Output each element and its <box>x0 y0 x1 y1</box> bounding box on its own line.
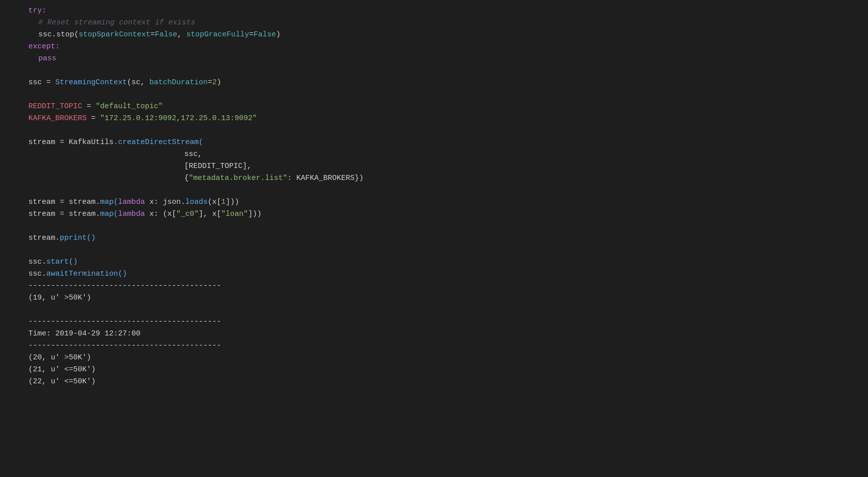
line-stream-assign: stream = KafkaUtils.createDirectStream( <box>0 137 868 149</box>
blank-line-6 <box>0 244 868 256</box>
plain-brace-open: { <box>184 174 189 182</box>
line-reddit-topic: REDDIT_TOPIC = "default_topic" <box>0 101 868 113</box>
line-stream-map2: stream = stream.map(lambda x: (x["_c0"],… <box>0 208 868 220</box>
plain-eq1: = <box>150 30 155 39</box>
func-map1: map( <box>100 198 118 206</box>
blank-line-4 <box>0 184 868 196</box>
num-1: 1 <box>221 198 226 206</box>
line-kafka-brokers: KAFKA_BROKERS = "172.25.0.12:9092,172.25… <box>0 113 868 125</box>
func-await: awaitTermination() <box>46 270 127 278</box>
line-stream-map1: stream = stream.map(lambda x: json.loads… <box>0 196 868 208</box>
output-2: (20, u' >50K') <box>28 353 91 362</box>
plain-x-c0-open: x: (x[ <box>145 210 176 218</box>
plain-assign3: = <box>87 114 100 123</box>
func-start: start() <box>46 258 78 266</box>
line-ssc-await: ssc.awaitTermination() <box>0 268 868 280</box>
line-output2: (20, u' >50K') <box>0 352 868 364</box>
line-output3: (21, u' <=50K') <box>0 364 868 376</box>
keyword-lambda1: lambda <box>118 198 145 206</box>
str-c0: "_c0" <box>176 210 199 218</box>
line-except: except: <box>0 41 868 53</box>
var-kafka-brokers: KAFKA_BROKERS <box>28 114 87 123</box>
func-createDirectStream: .createDirectStream( <box>114 138 203 147</box>
plain-ssc-start: ssc. <box>28 258 46 266</box>
plain-stream1: stream <box>28 138 55 147</box>
plain-stream-map1a: = stream. <box>55 198 100 206</box>
plain-broker-rest: : KAFKA_BROKERS}) <box>287 174 364 182</box>
str-default-topic: "default_topic" <box>96 102 163 111</box>
line-try: try: <box>0 5 868 17</box>
line-topic-param: [REDDIT_TOPIC], <box>0 160 868 172</box>
sep-2: ----------------------------------------… <box>28 318 221 326</box>
line-pprint: stream.pprint() <box>0 232 868 244</box>
plain-ssc: ssc <box>38 30 52 39</box>
plain-eq3: = <box>208 78 212 87</box>
line-separator3: ----------------------------------------… <box>0 340 868 352</box>
keyword-pass: pass <box>38 54 56 63</box>
line-comment: # Reset streaming context if exists <box>0 17 868 29</box>
num-2: 2 <box>212 78 217 87</box>
plain-close-map2: ])) <box>248 210 261 218</box>
line-pass: pass <box>0 53 868 65</box>
plain-stream-pprint: stream. <box>28 234 60 242</box>
plain-assign1: = <box>42 78 55 87</box>
line-broker-param: {"metadata.broker.list": KAFKA_BROKERS}) <box>0 172 868 184</box>
line-separator2: ----------------------------------------… <box>0 316 868 328</box>
blank-line-3 <box>0 125 868 137</box>
func-pprint: pprint() <box>60 234 96 242</box>
plain-x-bracket1: (x[ <box>208 198 221 206</box>
line-ssc-assign: ssc = StreamingContext(sc, batchDuration… <box>0 77 868 89</box>
plain-comma1: , <box>177 30 186 39</box>
var-reddit-topic: REDDIT_TOPIC <box>28 102 82 111</box>
plain-stream-map2a: = stream. <box>55 210 100 218</box>
plain-close-paren1: ) <box>276 30 280 39</box>
comment-reset: # Reset streaming context if exists <box>38 18 195 27</box>
plain-ssc-await: ssc. <box>28 270 46 278</box>
plain-close-map1: ])) <box>226 198 239 206</box>
plain-stream2: stream <box>28 198 55 206</box>
blank-line-7 <box>0 304 868 316</box>
plain-ssc2: ssc <box>28 78 42 87</box>
plain-kafkautils: KafkaUtils <box>69 138 114 147</box>
keyword-except: except: <box>28 42 60 51</box>
line-ssc-param: ssc, <box>0 149 868 160</box>
plain-stop-open: .stop( <box>52 30 79 39</box>
keyword-lambda2: lambda <box>118 210 145 218</box>
str-metadata-broker: "metadata.broker.list" <box>189 174 287 182</box>
func-streaming-ctx: StreamingContext <box>55 78 127 87</box>
plain-ssc-param: ssc, <box>184 150 202 159</box>
plain-x-loan-open: ], x[ <box>199 210 221 218</box>
output-1: (19, u' >50K') <box>28 294 91 302</box>
value-false2: False <box>253 30 276 39</box>
plain-x-json: x: json. <box>145 198 185 206</box>
param-stopGrace: stopGraceFully <box>186 30 249 39</box>
value-false1: False <box>155 30 177 39</box>
blank-line-2 <box>0 89 868 101</box>
line-output4: (22, u' <=50K') <box>0 376 868 388</box>
plain-stream3: stream <box>28 210 55 218</box>
line-separator1: ----------------------------------------… <box>0 280 868 292</box>
line-ssc-stop: ssc.stop(stopSparkContext=False, stopGra… <box>0 29 868 41</box>
param-stopSpark: stopSparkContext <box>79 30 150 39</box>
output-4: (22, u' <=50K') <box>28 377 96 386</box>
plain-eq2: = <box>249 30 253 39</box>
sep-1: ----------------------------------------… <box>28 282 221 290</box>
keyword-try: try: <box>28 6 46 15</box>
line-output1: (19, u' >50K') <box>0 292 868 304</box>
plain-topic-param: [REDDIT_TOPIC], <box>184 162 251 170</box>
param-batchDuration: batchDuration <box>149 78 208 87</box>
plain-sc-open: (sc, <box>127 78 149 87</box>
output-time1: Time: 2019-04-29 12:27:00 <box>28 329 140 338</box>
plain-assign2: = <box>82 102 96 111</box>
line-ssc-start: ssc.start() <box>0 256 868 268</box>
output-3: (21, u' <=50K') <box>28 365 96 374</box>
plain-assign4: = <box>55 138 69 147</box>
blank-line-1 <box>0 65 868 77</box>
func-loads: loads <box>185 198 208 206</box>
func-map2: map( <box>100 210 118 218</box>
code-editor: try: # Reset streaming context if exists… <box>0 0 868 477</box>
plain-close2: ) <box>217 78 221 87</box>
blank-line-5 <box>0 220 868 232</box>
line-time1: Time: 2019-04-29 12:27:00 <box>0 328 868 340</box>
str-broker-ips: "172.25.0.12:9092,172.25.0.13:9092" <box>100 114 257 123</box>
